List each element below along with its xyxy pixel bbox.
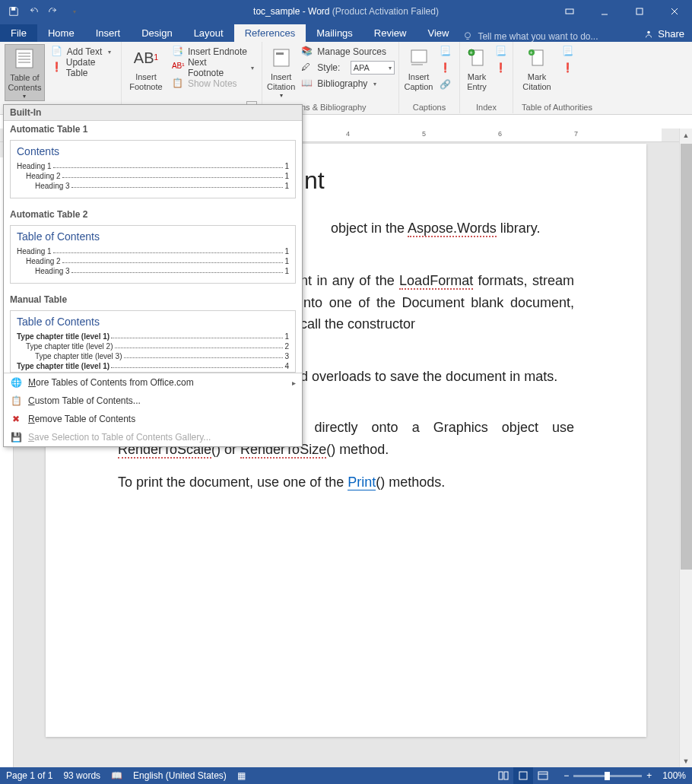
tell-me-input[interactable]: Tell me what you want to do...: [462, 31, 636, 42]
tab-references[interactable]: References: [234, 24, 306, 42]
macro-icon[interactable]: ▦: [237, 770, 246, 781]
insert-footnote-button[interactable]: AB1 Insert Footnote: [126, 44, 166, 101]
citation-style-select[interactable]: 🖊Style: APA: [298, 60, 397, 75]
doc-icon: 📃: [440, 46, 452, 58]
group-toa: + Mark Citation 📃 ❗ Table of Authorities: [513, 42, 601, 113]
status-page[interactable]: Page 1 of 1: [6, 770, 52, 781]
show-notes-button[interactable]: 📋Show Notes: [169, 76, 257, 91]
toc-gallery-dropdown: Built-In Automatic Table 1 Contents Head…: [3, 104, 303, 447]
style-dropdown[interactable]: APA: [351, 61, 395, 75]
gallery-item-manual[interactable]: Table of Contents Type chapter title (le…: [10, 310, 296, 373]
scroll-down-icon[interactable]: ▼: [680, 754, 692, 767]
vertical-scrollbar[interactable]: ▲ ▼: [679, 129, 692, 767]
index-small-2[interactable]: ❗: [492, 61, 510, 76]
svg-rect-27: [538, 772, 548, 779]
status-language[interactable]: English (United States): [133, 770, 227, 781]
manage-sources-button[interactable]: 📚Manage Sources: [298, 44, 397, 59]
tab-layout[interactable]: Layout: [183, 24, 234, 42]
svg-point-6: [465, 33, 471, 38]
custom-toc-icon: 📋: [10, 395, 22, 407]
tab-home[interactable]: Home: [37, 24, 85, 42]
tab-design[interactable]: Design: [131, 24, 183, 42]
next-footnote-button[interactable]: AB¹Next Footnote: [169, 60, 257, 75]
view-read-mode[interactable]: [494, 767, 513, 784]
caption-small-3[interactable]: 🔗: [436, 78, 455, 93]
zoom-in-icon[interactable]: +: [646, 770, 652, 781]
svg-text:+: +: [470, 50, 473, 56]
index-small-1[interactable]: 📃: [492, 44, 510, 59]
save-icon[interactable]: [5, 2, 23, 21]
view-print-layout[interactable]: [513, 767, 533, 784]
tab-view[interactable]: View: [417, 24, 459, 42]
remove-toc[interactable]: ✖ Remove Table of Contents: [4, 410, 302, 428]
qat-customize-icon[interactable]: [64, 2, 82, 21]
mark-entry-button[interactable]: + Mark Entry: [465, 44, 489, 101]
zoom-out-icon[interactable]: −: [563, 770, 569, 781]
tab-insert[interactable]: Insert: [85, 24, 132, 42]
body-text: object in the Aspose.Words library.: [331, 217, 574, 240]
preview-title: Table of Contents: [17, 230, 289, 243]
update-icon: ❗: [51, 62, 62, 74]
mark-citation-button[interactable]: + Mark Citation: [518, 44, 556, 101]
bibliography-icon: 📖: [301, 78, 313, 90]
caption-small-1[interactable]: 📃: [436, 44, 455, 59]
svg-rect-9: [16, 49, 33, 68]
toa-small-1[interactable]: 📃: [559, 44, 577, 59]
svg-rect-15: [276, 52, 284, 55]
save-gallery-icon: 💾: [10, 431, 22, 443]
svg-text:+: +: [530, 50, 533, 56]
group-citations: Insert Citation▾ 📚Manage Sources 🖊Style:…: [262, 42, 399, 113]
zoom-level[interactable]: 100%: [662, 770, 686, 781]
undo-icon[interactable]: [24, 2, 43, 21]
table-of-contents-button[interactable]: Table of Contents ▾: [5, 44, 45, 101]
insert-caption-button[interactable]: Insert Caption: [404, 44, 433, 101]
tab-file[interactable]: File: [0, 24, 37, 42]
share-icon: [643, 29, 654, 40]
minimize-icon[interactable]: [587, 0, 622, 23]
mark-citation-icon: +: [525, 46, 549, 70]
zoom-slider[interactable]: − +: [563, 770, 652, 781]
status-words[interactable]: 93 words: [63, 770, 100, 781]
tab-mailings[interactable]: Mailings: [306, 24, 363, 42]
gallery-item-auto1[interactable]: Contents Heading 11 Heading 21 Heading 3…: [10, 140, 296, 198]
caption-icon: [407, 46, 431, 70]
scroll-up-icon[interactable]: ▲: [680, 129, 692, 141]
svg-rect-14: [274, 49, 289, 66]
scrollbar-thumb[interactable]: [681, 144, 692, 570]
remove-toc-icon: ✖: [10, 413, 22, 425]
tab-review[interactable]: Review: [363, 24, 417, 42]
group-label-index: Index: [465, 101, 508, 113]
group-footnotes: AB1 Insert Footnote 📑Insert Endnote AB¹N…: [122, 42, 262, 113]
custom-toc[interactable]: 📋 Custom Table of Contents...: [4, 392, 302, 410]
bibliography-button[interactable]: 📖Bibliography: [298, 76, 397, 91]
citation-icon: [269, 46, 294, 70]
insert-citation-button[interactable]: Insert Citation▾: [267, 44, 295, 101]
maximize-icon[interactable]: [622, 0, 657, 23]
caption-small-2[interactable]: ❗: [436, 61, 455, 76]
close-icon[interactable]: [657, 0, 692, 23]
body-text: To print the document, use one of the Pr…: [118, 471, 574, 494]
view-buttons: [494, 767, 553, 784]
gallery-header: Built-In: [4, 105, 302, 121]
group-label-toa: Table of Authorities: [518, 101, 596, 113]
view-web-layout[interactable]: [533, 767, 553, 784]
spellcheck-icon[interactable]: 📖: [111, 770, 122, 781]
update-index-icon: ❗: [495, 62, 507, 75]
group-label-captions: Captions: [404, 101, 455, 113]
more-toc-from-office[interactable]: 🌐 More Tables of Contents from Office.co…: [4, 373, 302, 392]
share-button[interactable]: Share: [636, 26, 692, 42]
redo-icon[interactable]: [44, 2, 62, 21]
zoom-thumb[interactable]: [605, 772, 610, 780]
add-text-icon: 📄: [51, 46, 63, 58]
svg-rect-26: [519, 772, 527, 779]
toa-small-2[interactable]: ❗: [559, 61, 577, 76]
ribbon-display-icon[interactable]: [552, 0, 587, 23]
insert-index-icon: 📃: [495, 46, 507, 58]
cross-ref-icon: 🔗: [440, 79, 452, 91]
gallery-item-auto2[interactable]: Table of Contents Heading 11 Heading 21 …: [10, 225, 296, 284]
svg-rect-25: [504, 772, 508, 779]
status-bar: Page 1 of 1 93 words 📖 English (United S…: [0, 767, 692, 784]
update-table-button[interactable]: ❗Update Table: [48, 60, 116, 75]
svg-rect-1: [566, 9, 573, 14]
insert-toa-icon: 📃: [562, 46, 574, 58]
